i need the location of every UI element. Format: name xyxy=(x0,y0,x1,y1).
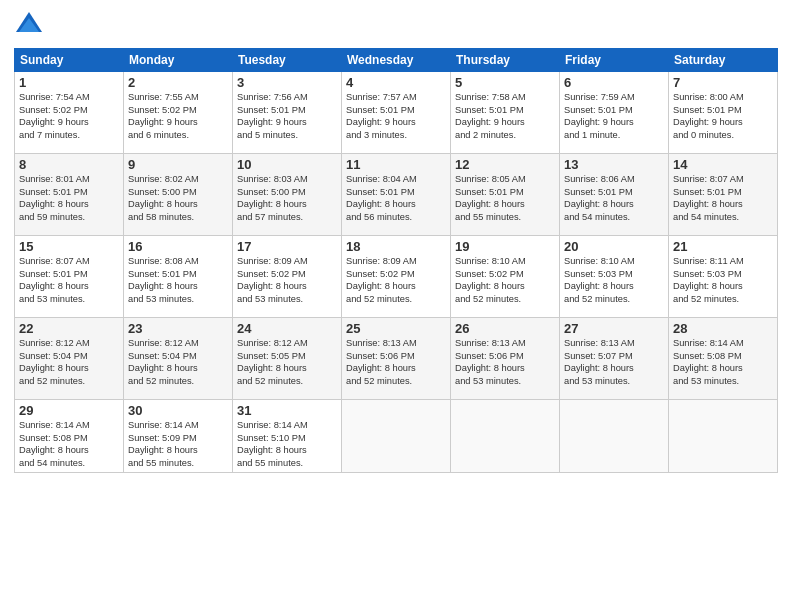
logo xyxy=(14,10,48,40)
day-number: 14 xyxy=(673,157,773,172)
cell-text: Sunrise: 8:02 AMSunset: 5:00 PMDaylight:… xyxy=(128,173,228,223)
calendar-week-1: 1Sunrise: 7:54 AMSunset: 5:02 PMDaylight… xyxy=(15,72,778,154)
day-number: 15 xyxy=(19,239,119,254)
cell-text: Sunrise: 8:11 AMSunset: 5:03 PMDaylight:… xyxy=(673,255,773,305)
calendar-cell: 11Sunrise: 8:04 AMSunset: 5:01 PMDayligh… xyxy=(342,154,451,236)
day-number: 22 xyxy=(19,321,119,336)
day-number: 29 xyxy=(19,403,119,418)
cell-text: Sunrise: 7:56 AMSunset: 5:01 PMDaylight:… xyxy=(237,91,337,141)
calendar-cell: 6Sunrise: 7:59 AMSunset: 5:01 PMDaylight… xyxy=(560,72,669,154)
day-number: 21 xyxy=(673,239,773,254)
calendar-cell: 10Sunrise: 8:03 AMSunset: 5:00 PMDayligh… xyxy=(233,154,342,236)
cell-text: Sunrise: 8:13 AMSunset: 5:06 PMDaylight:… xyxy=(346,337,446,387)
calendar-cell: 21Sunrise: 8:11 AMSunset: 5:03 PMDayligh… xyxy=(669,236,778,318)
day-number: 30 xyxy=(128,403,228,418)
calendar-cell: 14Sunrise: 8:07 AMSunset: 5:01 PMDayligh… xyxy=(669,154,778,236)
day-number: 17 xyxy=(237,239,337,254)
calendar-cell: 24Sunrise: 8:12 AMSunset: 5:05 PMDayligh… xyxy=(233,318,342,400)
day-number: 27 xyxy=(564,321,664,336)
cell-text: Sunrise: 8:12 AMSunset: 5:04 PMDaylight:… xyxy=(128,337,228,387)
calendar-cell: 5Sunrise: 7:58 AMSunset: 5:01 PMDaylight… xyxy=(451,72,560,154)
calendar-cell: 25Sunrise: 8:13 AMSunset: 5:06 PMDayligh… xyxy=(342,318,451,400)
cell-text: Sunrise: 8:07 AMSunset: 5:01 PMDaylight:… xyxy=(19,255,119,305)
calendar-cell xyxy=(451,400,560,473)
cell-text: Sunrise: 8:14 AMSunset: 5:08 PMDaylight:… xyxy=(673,337,773,387)
page: SundayMondayTuesdayWednesdayThursdayFrid… xyxy=(0,0,792,612)
cell-text: Sunrise: 8:09 AMSunset: 5:02 PMDaylight:… xyxy=(346,255,446,305)
day-number: 20 xyxy=(564,239,664,254)
cell-text: Sunrise: 7:54 AMSunset: 5:02 PMDaylight:… xyxy=(19,91,119,141)
day-number: 16 xyxy=(128,239,228,254)
calendar-cell xyxy=(560,400,669,473)
cell-text: Sunrise: 8:14 AMSunset: 5:10 PMDaylight:… xyxy=(237,419,337,469)
day-number: 25 xyxy=(346,321,446,336)
calendar-cell: 30Sunrise: 8:14 AMSunset: 5:09 PMDayligh… xyxy=(124,400,233,473)
col-header-tuesday: Tuesday xyxy=(233,49,342,72)
col-header-sunday: Sunday xyxy=(15,49,124,72)
day-number: 18 xyxy=(346,239,446,254)
cell-text: Sunrise: 7:58 AMSunset: 5:01 PMDaylight:… xyxy=(455,91,555,141)
calendar-cell: 3Sunrise: 7:56 AMSunset: 5:01 PMDaylight… xyxy=(233,72,342,154)
calendar-cell: 26Sunrise: 8:13 AMSunset: 5:06 PMDayligh… xyxy=(451,318,560,400)
day-number: 1 xyxy=(19,75,119,90)
calendar-cell: 16Sunrise: 8:08 AMSunset: 5:01 PMDayligh… xyxy=(124,236,233,318)
day-number: 13 xyxy=(564,157,664,172)
calendar-cell: 12Sunrise: 8:05 AMSunset: 5:01 PMDayligh… xyxy=(451,154,560,236)
calendar-cell: 19Sunrise: 8:10 AMSunset: 5:02 PMDayligh… xyxy=(451,236,560,318)
cell-text: Sunrise: 8:10 AMSunset: 5:03 PMDaylight:… xyxy=(564,255,664,305)
cell-text: Sunrise: 7:57 AMSunset: 5:01 PMDaylight:… xyxy=(346,91,446,141)
day-number: 28 xyxy=(673,321,773,336)
day-number: 7 xyxy=(673,75,773,90)
calendar-week-3: 15Sunrise: 8:07 AMSunset: 5:01 PMDayligh… xyxy=(15,236,778,318)
calendar-cell: 4Sunrise: 7:57 AMSunset: 5:01 PMDaylight… xyxy=(342,72,451,154)
day-number: 6 xyxy=(564,75,664,90)
calendar-cell: 8Sunrise: 8:01 AMSunset: 5:01 PMDaylight… xyxy=(15,154,124,236)
day-number: 31 xyxy=(237,403,337,418)
calendar-week-2: 8Sunrise: 8:01 AMSunset: 5:01 PMDaylight… xyxy=(15,154,778,236)
col-header-friday: Friday xyxy=(560,49,669,72)
day-number: 5 xyxy=(455,75,555,90)
cell-text: Sunrise: 8:03 AMSunset: 5:00 PMDaylight:… xyxy=(237,173,337,223)
calendar-cell: 28Sunrise: 8:14 AMSunset: 5:08 PMDayligh… xyxy=(669,318,778,400)
day-number: 10 xyxy=(237,157,337,172)
calendar-header-row: SundayMondayTuesdayWednesdayThursdayFrid… xyxy=(15,49,778,72)
day-number: 3 xyxy=(237,75,337,90)
col-header-thursday: Thursday xyxy=(451,49,560,72)
cell-text: Sunrise: 8:06 AMSunset: 5:01 PMDaylight:… xyxy=(564,173,664,223)
calendar-week-5: 29Sunrise: 8:14 AMSunset: 5:08 PMDayligh… xyxy=(15,400,778,473)
calendar-cell: 9Sunrise: 8:02 AMSunset: 5:00 PMDaylight… xyxy=(124,154,233,236)
calendar-cell: 20Sunrise: 8:10 AMSunset: 5:03 PMDayligh… xyxy=(560,236,669,318)
day-number: 23 xyxy=(128,321,228,336)
logo-icon xyxy=(14,10,44,40)
calendar-cell: 1Sunrise: 7:54 AMSunset: 5:02 PMDaylight… xyxy=(15,72,124,154)
cell-text: Sunrise: 8:10 AMSunset: 5:02 PMDaylight:… xyxy=(455,255,555,305)
cell-text: Sunrise: 8:12 AMSunset: 5:05 PMDaylight:… xyxy=(237,337,337,387)
calendar-cell xyxy=(669,400,778,473)
cell-text: Sunrise: 8:13 AMSunset: 5:07 PMDaylight:… xyxy=(564,337,664,387)
calendar-cell: 29Sunrise: 8:14 AMSunset: 5:08 PMDayligh… xyxy=(15,400,124,473)
calendar-cell: 22Sunrise: 8:12 AMSunset: 5:04 PMDayligh… xyxy=(15,318,124,400)
cell-text: Sunrise: 8:05 AMSunset: 5:01 PMDaylight:… xyxy=(455,173,555,223)
day-number: 26 xyxy=(455,321,555,336)
day-number: 9 xyxy=(128,157,228,172)
col-header-saturday: Saturday xyxy=(669,49,778,72)
cell-text: Sunrise: 8:04 AMSunset: 5:01 PMDaylight:… xyxy=(346,173,446,223)
calendar-cell: 27Sunrise: 8:13 AMSunset: 5:07 PMDayligh… xyxy=(560,318,669,400)
day-number: 19 xyxy=(455,239,555,254)
cell-text: Sunrise: 8:00 AMSunset: 5:01 PMDaylight:… xyxy=(673,91,773,141)
calendar-cell: 31Sunrise: 8:14 AMSunset: 5:10 PMDayligh… xyxy=(233,400,342,473)
calendar: SundayMondayTuesdayWednesdayThursdayFrid… xyxy=(14,48,778,473)
cell-text: Sunrise: 8:07 AMSunset: 5:01 PMDaylight:… xyxy=(673,173,773,223)
col-header-monday: Monday xyxy=(124,49,233,72)
cell-text: Sunrise: 8:09 AMSunset: 5:02 PMDaylight:… xyxy=(237,255,337,305)
calendar-cell: 18Sunrise: 8:09 AMSunset: 5:02 PMDayligh… xyxy=(342,236,451,318)
calendar-cell: 13Sunrise: 8:06 AMSunset: 5:01 PMDayligh… xyxy=(560,154,669,236)
cell-text: Sunrise: 8:13 AMSunset: 5:06 PMDaylight:… xyxy=(455,337,555,387)
cell-text: Sunrise: 8:01 AMSunset: 5:01 PMDaylight:… xyxy=(19,173,119,223)
calendar-cell: 2Sunrise: 7:55 AMSunset: 5:02 PMDaylight… xyxy=(124,72,233,154)
day-number: 4 xyxy=(346,75,446,90)
cell-text: Sunrise: 7:59 AMSunset: 5:01 PMDaylight:… xyxy=(564,91,664,141)
day-number: 12 xyxy=(455,157,555,172)
calendar-cell: 17Sunrise: 8:09 AMSunset: 5:02 PMDayligh… xyxy=(233,236,342,318)
calendar-cell: 15Sunrise: 8:07 AMSunset: 5:01 PMDayligh… xyxy=(15,236,124,318)
